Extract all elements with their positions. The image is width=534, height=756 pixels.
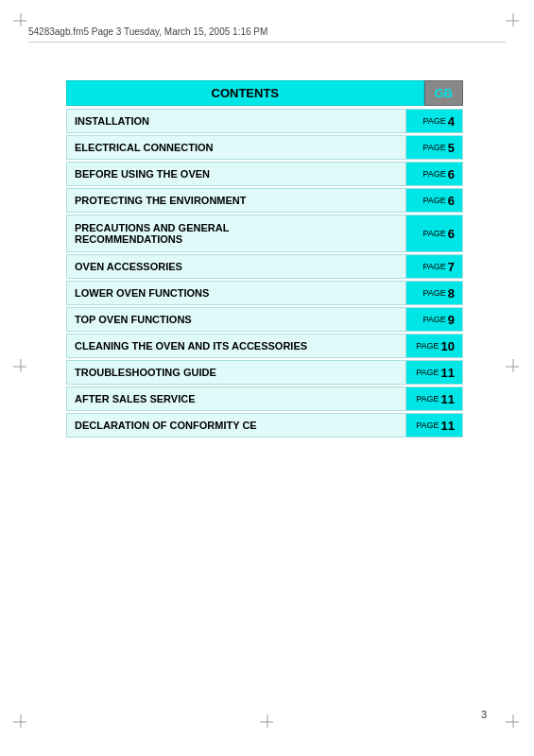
toc-label: OVEN ACCESSORIES [67,255,405,278]
header-divider [28,42,506,43]
toc-label: ELECTRICAL CONNECTION [67,136,405,159]
page-word: PAGE [416,341,439,351]
corner-mark-br [506,714,521,730]
toc-row: TOP OVEN FUNCTIONSPAGE9 [66,307,463,332]
page-word: PAGE [422,196,445,205]
page-word: PAGE [422,229,445,238]
page-word: PAGE [416,394,439,404]
toc-label: BEFORE USING THE OVEN [67,163,405,185]
toc-label: DECLARATION OF CONFORMITY CE [67,414,405,437]
page-word: PAGE [422,143,445,152]
toc-label: PRECAUTIONS AND GENERALRECOMMENDATIONS [67,215,405,251]
page-num: 11 [441,419,455,433]
toc-label-line2: RECOMMENDATIONS [75,233,182,245]
toc-label: PROTECTING THE ENVIRONMENT [67,189,405,212]
page-word: PAGE [416,421,439,430]
toc-row: DECLARATION OF CONFORMITY CEPAGE11 [66,413,463,438]
toc-page: PAGE6 [405,163,462,185]
toc-page: PAGE5 [405,136,462,159]
toc-page: PAGE9 [405,308,462,331]
page-num: 8 [448,286,455,301]
page-num: 5 [448,141,455,155]
toc-row: CLEANING THE OVEN AND ITS ACCESSORIESPAG… [66,334,463,358]
page-num: 11 [441,366,455,380]
page-num: 11 [441,392,455,406]
corner-mark-bm [260,714,275,730]
toc-page: PAGE6 [405,215,462,251]
toc-row: INSTALLATIONPAGE4 [66,109,463,133]
page-word: PAGE [422,262,445,271]
toc-page: PAGE10 [405,335,462,357]
page-number: 3 [481,709,487,720]
gb-badge: GB [424,80,464,106]
toc-page: PAGE4 [405,110,462,132]
toc-row: AFTER SALES SERVICEPAGE11 [66,387,463,411]
corner-mark-tr [506,13,521,28]
header: 54283agb.fm5 Page 3 Tuesday, March 15, 2… [28,26,506,37]
page-num: 4 [448,114,455,129]
contents-title: CONTENTS [66,80,424,106]
page-word: PAGE [422,116,445,126]
main-content: CONTENTS GB INSTALLATIONPAGE4ELECTRICAL … [66,80,463,439]
toc-page: PAGE6 [405,189,462,212]
toc-page: PAGE11 [405,361,462,384]
corner-mark-bl [13,714,28,730]
toc-page: PAGE8 [405,282,462,304]
toc-label: TROUBLESHOOTING GUIDE [67,361,405,384]
page-num: 9 [448,313,455,327]
toc-row: OVEN ACCESSORIESPAGE7 [66,254,463,279]
toc-page: PAGE11 [405,414,462,437]
toc-label: INSTALLATION [67,110,405,132]
corner-mark-tl [13,13,28,28]
toc-row: PRECAUTIONS AND GENERALRECOMMENDATIONSPA… [66,215,463,252]
toc-page: PAGE11 [405,387,462,410]
toc-row: BEFORE USING THE OVENPAGE6 [66,162,463,186]
toc-label: AFTER SALES SERVICE [67,387,405,410]
page: 54283agb.fm5 Page 3 Tuesday, March 15, 2… [0,0,534,756]
page-num: 10 [441,339,455,353]
toc-page: PAGE7 [405,255,462,278]
toc-row: ELECTRICAL CONNECTIONPAGE5 [66,135,463,160]
page-num: 7 [448,260,455,274]
toc-label-line1: PRECAUTIONS AND GENERAL [75,222,229,233]
corner-mark-mr [506,359,521,374]
page-word: PAGE [416,368,439,377]
page-num: 6 [448,194,455,208]
toc-row: TROUBLESHOOTING GUIDEPAGE11 [66,360,463,385]
page-word: PAGE [422,288,445,298]
toc-label: TOP OVEN FUNCTIONS [67,308,405,331]
page-num: 6 [448,227,455,241]
toc-list: INSTALLATIONPAGE4ELECTRICAL CONNECTIONPA… [66,109,463,438]
page-num: 6 [448,167,455,181]
page-word: PAGE [422,315,445,324]
contents-header: CONTENTS GB [66,80,463,106]
toc-label: CLEANING THE OVEN AND ITS ACCESSORIES [67,335,405,357]
toc-label: LOWER OVEN FUNCTIONS [67,282,405,304]
toc-row: LOWER OVEN FUNCTIONSPAGE8 [66,281,463,305]
header-text: 54283agb.fm5 Page 3 Tuesday, March 15, 2… [28,26,267,37]
page-word: PAGE [422,169,445,179]
corner-mark-ml [13,359,28,374]
toc-row: PROTECTING THE ENVIRONMENTPAGE6 [66,188,463,213]
